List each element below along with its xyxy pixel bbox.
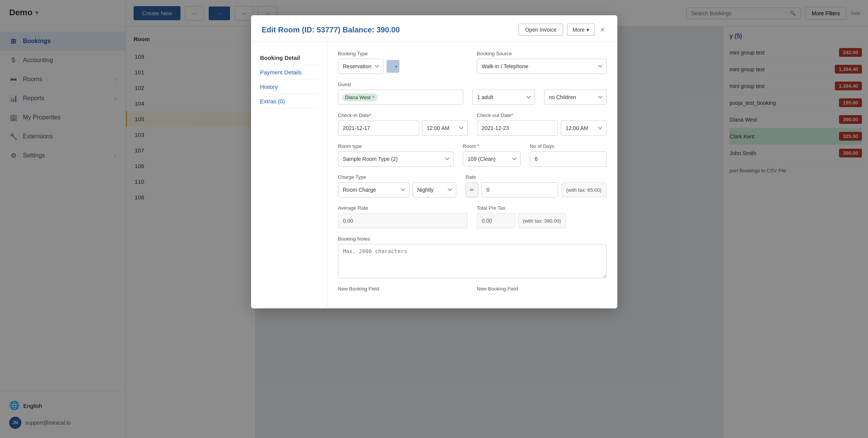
form-group-total-pre-tax: Total Pre Tax 0.00 (with tax: 390.00) — [477, 205, 607, 228]
booking-type-select[interactable]: Reservation — [338, 59, 383, 74]
avg-rate-label: Average Rate — [338, 205, 468, 211]
modal-title: Edit Room (ID: 53777) Balance: 390.00 — [262, 26, 400, 34]
modal-sidebar-extras[interactable]: Extras (0) — [259, 94, 319, 109]
modal-sidebar: Booking Detail Payment Details History E… — [251, 42, 327, 308]
rate-input[interactable] — [482, 182, 558, 197]
guest-tag: Diana West × — [342, 93, 378, 101]
checkout-date-input[interactable] — [477, 120, 558, 136]
form-group-booking-source: Booking Source Walk-in / Telephone — [477, 51, 607, 74]
rate-with-tax: (with tax: 65.00) — [561, 182, 607, 197]
booking-source-label: Booking Source — [477, 51, 607, 56]
total-pre-tax-value: 0.00 — [477, 213, 515, 228]
form-group-room-type: Room type Sample Room Type (2) — [338, 143, 454, 167]
modal-form: Booking Type Reservation ▾ Book — [327, 42, 617, 308]
total-pre-tax-label: Total Pre Tax — [477, 205, 607, 211]
no-of-days-input[interactable] — [530, 151, 607, 167]
guest-label: Guest — [338, 82, 463, 87]
more-button[interactable]: More ▾ — [567, 24, 595, 36]
form-group-children: no Children — [544, 82, 607, 105]
form-group-no-of-days: No of Days — [530, 143, 607, 167]
modal-body: Booking Detail Payment Details History E… — [251, 42, 617, 308]
checkin-time-select[interactable]: 12:00 AM — [422, 120, 468, 136]
modal-header-actions: Open Invoice More ▾ × — [519, 24, 606, 36]
new-booking-field-label-1: New Booking Field — [338, 286, 468, 292]
form-row-new-fields: New Booking Field New Booking Field — [338, 286, 607, 292]
adults-label — [472, 82, 535, 87]
modal-overlay: Edit Room (ID: 53777) Balance: 390.00 Op… — [0, 0, 868, 438]
checkin-label: Check-in Date* — [338, 112, 468, 118]
booking-source-select[interactable]: Walk-in / Telephone — [477, 59, 607, 74]
form-group-new-booking-field-2: New Booking Field — [477, 286, 607, 292]
booking-notes-label: Booking Notes — [338, 236, 607, 242]
form-group-new-booking-field-1: New Booking Field — [338, 286, 468, 292]
room-type-label: Room type — [338, 143, 454, 149]
rate-row: ✏ (with tax: 65.00) — [465, 182, 607, 197]
remove-guest-button[interactable]: × — [372, 95, 375, 100]
form-group-guest: Guest Diana West × — [338, 82, 463, 105]
color-picker-button[interactable]: ▾ — [386, 60, 399, 73]
avg-rate-value: 0.00 — [338, 213, 468, 228]
checkout-date-row: 12:00 AM — [477, 120, 607, 136]
adults-select[interactable]: 1 adult — [472, 90, 535, 105]
room-label: Room * — [463, 143, 521, 149]
checkin-date-input[interactable] — [338, 120, 419, 136]
children-select[interactable]: no Children — [544, 90, 607, 105]
rate-edit-button[interactable]: ✏ — [465, 182, 478, 197]
edit-room-modal: Edit Room (ID: 53777) Balance: 390.00 Op… — [251, 15, 617, 308]
charge-type-label: Charge Type — [338, 174, 457, 180]
nightly-select[interactable]: Nightly — [412, 182, 457, 197]
form-group-rate: Rate ✏ (with tax: 65.00) — [465, 174, 607, 197]
checkout-time-select[interactable]: 12:00 AM — [561, 120, 607, 136]
no-of-days-label: No of Days — [530, 143, 607, 149]
chevron-down-icon: ▾ — [395, 64, 397, 69]
room-type-select[interactable]: Sample Room Type (2) — [338, 151, 454, 167]
form-group-avg-rate: Average Rate 0.00 — [338, 205, 468, 228]
children-label — [544, 82, 607, 87]
booking-type-label: Booking Type — [338, 51, 468, 56]
chevron-down-icon: ▾ — [586, 27, 589, 33]
form-group-adults: 1 adult — [472, 82, 535, 105]
new-booking-field-label-2: New Booking Field — [477, 286, 607, 292]
form-group-booking-notes: Booking Notes — [338, 236, 607, 278]
modal-header: Edit Room (ID: 53777) Balance: 390.00 Op… — [251, 15, 617, 42]
form-row-totals: Average Rate 0.00 Total Pre Tax 0.00 (wi… — [338, 205, 607, 228]
guest-input[interactable]: Diana West × — [338, 90, 463, 105]
room-select[interactable]: 109 (Clean) — [463, 151, 521, 167]
form-row-guest: Guest Diana West × 1 adult — [338, 82, 607, 105]
form-row-dates: Check-in Date* 12:00 AM Check-out Date* — [338, 112, 607, 136]
checkout-label: Check-out Date* — [477, 112, 607, 118]
modal-sidebar-booking-detail[interactable]: Booking Detail — [259, 51, 319, 65]
color-swatch — [388, 63, 395, 70]
form-row-notes: Booking Notes — [338, 236, 607, 278]
form-row-booking-type-source: Booking Type Reservation ▾ Book — [338, 51, 607, 74]
form-group-checkout: Check-out Date* 12:00 AM — [477, 112, 607, 136]
modal-close-button[interactable]: × — [599, 26, 607, 34]
more-label: More — [573, 27, 585, 33]
total-with-tax: (with tax: 390.00) — [518, 213, 566, 228]
form-row-room: Room type Sample Room Type (2) Room * 10… — [338, 143, 607, 167]
charge-type-select[interactable]: Room Charge — [338, 182, 409, 197]
booking-notes-textarea[interactable] — [338, 244, 607, 278]
guest-name: Diana West — [345, 95, 371, 100]
modal-sidebar-history[interactable]: History — [259, 80, 319, 94]
modal-sidebar-payment-details[interactable]: Payment Details — [259, 65, 319, 80]
form-group-booking-type: Booking Type Reservation ▾ — [338, 51, 468, 74]
modal-balance: 390.00 — [377, 26, 400, 34]
form-group-checkin: Check-in Date* 12:00 AM — [338, 112, 468, 136]
rate-label: Rate — [465, 174, 607, 180]
open-invoice-button[interactable]: Open Invoice — [519, 24, 563, 36]
checkin-date-row: 12:00 AM — [338, 120, 468, 136]
form-group-charge-type: Charge Type Room Charge Nightly — [338, 174, 457, 197]
form-row-charge: Charge Type Room Charge Nightly Rate — [338, 174, 607, 197]
form-group-room: Room * 109 (Clean) — [463, 143, 521, 167]
